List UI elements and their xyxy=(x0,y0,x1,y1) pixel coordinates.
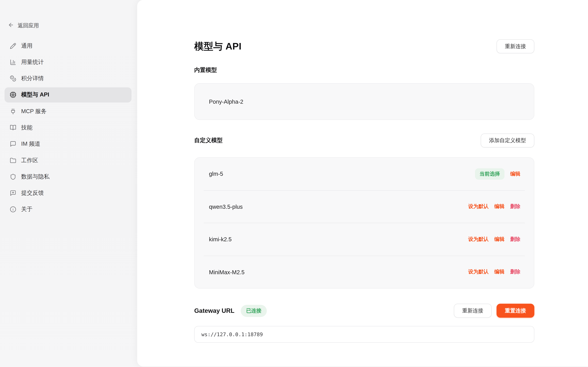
sidebar-item-label: MCP 服务 xyxy=(21,108,47,115)
settings-window: 返回应用 通用 用量统计 积分详情 xyxy=(0,0,588,367)
message-icon xyxy=(10,141,16,147)
model-name: glm-5 xyxy=(209,171,223,177)
delete-link[interactable]: 删除 xyxy=(510,236,520,243)
edit-link[interactable]: 编辑 xyxy=(510,170,520,177)
sidebar-item-skills[interactable]: 技能 xyxy=(5,120,132,135)
sidebar-item-data-privacy[interactable]: 数据与隐私 xyxy=(5,169,132,184)
reconnect-button-top[interactable]: 重新连接 xyxy=(497,39,534,53)
custom-models-card: glm-5 当前选择 编辑 qwen3.5-plus 设为默认 编辑 删除 xyxy=(194,157,534,289)
reset-connection-button[interactable]: 重置连接 xyxy=(497,304,534,318)
model-row: glm-5 当前选择 编辑 xyxy=(195,158,534,190)
model-row: kimi-k2.5 设为默认 编辑 删除 xyxy=(195,223,534,256)
main-panel: 模型与 API 重新连接 内置模型 Pony-Alpha-2 自定义模型 添加自… xyxy=(137,0,588,367)
sidebar: 返回应用 通用 用量统计 积分详情 xyxy=(0,0,137,367)
model-name: kimi-k2.5 xyxy=(209,236,232,242)
custom-models-heading: 自定义模型 xyxy=(194,137,223,144)
edit-link[interactable]: 编辑 xyxy=(494,203,505,210)
set-default-link[interactable]: 设为默认 xyxy=(468,203,489,210)
builtin-model-card: Pony-Alpha-2 xyxy=(194,83,534,120)
book-open-icon xyxy=(10,125,16,131)
sidebar-item-feedback[interactable]: 提交反馈 xyxy=(5,185,132,201)
coins-icon xyxy=(10,75,16,82)
back-to-app-label: 返回应用 xyxy=(18,22,39,29)
model-row: MiniMax-M2.5 设为默认 编辑 删除 xyxy=(195,256,534,288)
arrow-left-icon xyxy=(8,22,14,29)
builtin-model-name: Pony-Alpha-2 xyxy=(209,98,243,105)
sidebar-item-about[interactable]: 关于 xyxy=(5,202,132,217)
delete-link[interactable]: 删除 xyxy=(510,203,520,210)
builtin-models-heading: 内置模型 xyxy=(194,67,534,74)
sidebar-item-label: 模型与 API xyxy=(21,91,49,99)
shield-icon xyxy=(10,174,16,180)
add-custom-model-button[interactable]: 添加自定义模型 xyxy=(481,133,534,148)
info-icon xyxy=(10,206,16,213)
sidebar-item-label: 提交反馈 xyxy=(21,190,44,197)
sidebar-item-label: 关于 xyxy=(21,206,32,213)
sidebar-item-general[interactable]: 通用 xyxy=(5,38,132,53)
sidebar-item-label: 工作区 xyxy=(21,157,38,164)
sidebar-item-label: 通用 xyxy=(21,42,32,49)
sidebar-item-workspace[interactable]: 工作区 xyxy=(5,153,132,168)
sidebar-item-label: 积分详情 xyxy=(21,75,44,82)
connected-status-badge: 已连接 xyxy=(241,305,267,317)
sidebar-item-mcp-services[interactable]: MCP 服务 xyxy=(5,104,132,119)
pencil-icon xyxy=(10,42,16,49)
sidebar-item-label: 数据与隐私 xyxy=(21,173,50,180)
sidebar-item-models-api[interactable]: 模型与 API xyxy=(5,87,132,102)
sidebar-item-usage-stats[interactable]: 用量统计 xyxy=(5,55,132,70)
cpu-icon xyxy=(10,92,16,98)
bar-chart-icon xyxy=(10,59,16,65)
sidebar-item-label: 技能 xyxy=(21,124,32,131)
sidebar-item-credits[interactable]: 积分详情 xyxy=(5,71,132,86)
current-selection-badge: 当前选择 xyxy=(475,168,505,179)
sidebar-item-im-channels[interactable]: IM 频道 xyxy=(5,136,132,152)
set-default-link[interactable]: 设为默认 xyxy=(468,236,489,243)
set-default-link[interactable]: 设为默认 xyxy=(468,268,489,275)
back-to-app-button[interactable]: 返回应用 xyxy=(8,22,137,29)
gateway-url-input[interactable] xyxy=(194,326,534,343)
gateway-url-label: Gateway URL xyxy=(194,307,234,314)
sidebar-nav: 通用 用量统计 积分详情 模型与 API xyxy=(0,38,137,217)
reconnect-button-gateway[interactable]: 重新连接 xyxy=(454,304,492,318)
sidebar-item-label: IM 频道 xyxy=(21,141,40,148)
plug-icon xyxy=(10,108,16,114)
model-row: qwen3.5-plus 设为默认 编辑 删除 xyxy=(195,190,534,223)
feedback-icon xyxy=(10,190,16,196)
folder-icon xyxy=(10,157,16,164)
sidebar-item-label: 用量统计 xyxy=(21,58,44,66)
model-name: MiniMax-M2.5 xyxy=(209,269,245,275)
delete-link[interactable]: 删除 xyxy=(510,268,520,275)
edit-link[interactable]: 编辑 xyxy=(494,236,505,243)
model-name: qwen3.5-plus xyxy=(209,203,243,210)
page-title: 模型与 API xyxy=(194,40,242,52)
edit-link[interactable]: 编辑 xyxy=(494,268,505,275)
